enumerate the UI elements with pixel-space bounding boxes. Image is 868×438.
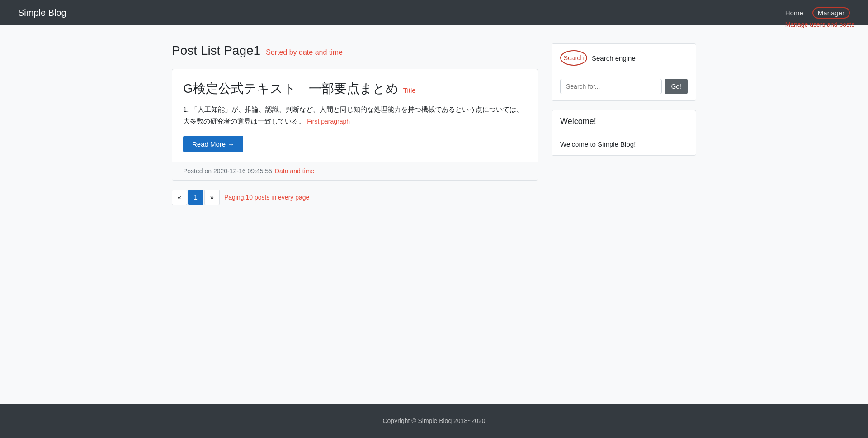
post-title-text: G検定公式テキスト 一部要点まとめ	[183, 80, 399, 97]
post-date: Posted on 2020-12-16 09:45:55	[183, 167, 272, 175]
nav-manager[interactable]: Manager	[812, 7, 850, 19]
post-card: G検定公式テキスト 一部要点まとめ Title 1. 「人工知能」が、推論、認識…	[172, 69, 538, 181]
pagination-next[interactable]: »	[204, 190, 220, 205]
brand-link[interactable]: Simple Blog	[18, 8, 66, 18]
post-excerpt-text: 1. 「人工知能」が、推論、認識、判断など、人間と同じ知的な処理能力を持つ機械で…	[183, 105, 523, 125]
pagination-label: Paging,10 posts in every page	[224, 194, 309, 201]
pagination-wrapper: « 1 » Paging,10 posts in every page	[172, 190, 538, 205]
search-engine-label: Search engine	[592, 54, 636, 62]
search-input[interactable]	[560, 79, 662, 94]
search-form: Go!	[560, 79, 688, 94]
search-card-header: Search Search engine	[552, 44, 696, 72]
search-card-body: Go!	[552, 72, 696, 100]
read-more-button[interactable]: Read More →	[183, 136, 243, 152]
page-title-sub: Sorted by date and time	[266, 48, 343, 57]
footer-copyright: Copyright © Simple Blog 2018~2020	[382, 417, 485, 424]
nav-home[interactable]: Home	[785, 9, 803, 17]
post-footer: Posted on 2020-12-16 09:45:55 Data and t…	[172, 162, 538, 180]
welcome-card: Welcome! Welcome to Simple Blog!	[552, 110, 696, 156]
manager-wrapper: Manager Manage users and posts	[812, 7, 850, 19]
post-title: G検定公式テキスト 一部要点まとめ Title	[183, 80, 527, 97]
pagination: « 1 »	[172, 190, 220, 205]
footer: Copyright © Simple Blog 2018~2020	[0, 404, 868, 438]
post-body: G検定公式テキスト 一部要点まとめ Title 1. 「人工知能」が、推論、認識…	[172, 69, 538, 162]
search-go-button[interactable]: Go!	[665, 79, 688, 94]
post-title-label: Title	[403, 86, 416, 94]
search-circle-button[interactable]: Search	[560, 50, 587, 66]
manager-tooltip: Manage users and posts	[785, 21, 854, 28]
welcome-text: Welcome to Simple Blog!	[552, 133, 696, 155]
nav-links: Home Manager Manage users and posts	[785, 7, 850, 19]
navbar: Simple Blog Home Manager Manage users an…	[0, 0, 868, 25]
page-title: Post List Page1 Sorted by date and time	[172, 43, 538, 58]
post-excerpt-label: First paragraph	[307, 118, 350, 125]
pagination-prev[interactable]: «	[172, 190, 187, 205]
search-card: Search Search engine Go!	[552, 43, 696, 101]
content-area: Post List Page1 Sorted by date and time …	[172, 43, 538, 205]
post-excerpt: 1. 「人工知能」が、推論、認識、判断など、人間と同じ知的な処理能力を持つ機械で…	[183, 104, 527, 127]
page-title-main: Post List Page1	[172, 43, 260, 58]
welcome-title: Welcome!	[552, 110, 696, 133]
post-date-label: Data and time	[275, 167, 314, 175]
main-content: Post List Page1 Sorted by date and time …	[163, 25, 705, 404]
sidebar: Search Search engine Go! Welcome! Welcom…	[552, 43, 696, 156]
pagination-current[interactable]: 1	[188, 190, 203, 205]
